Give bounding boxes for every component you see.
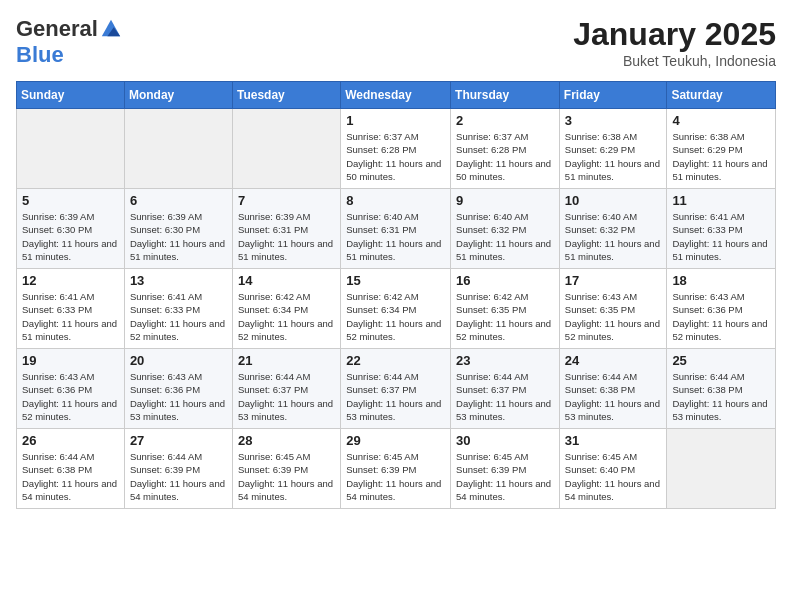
calendar-cell: 14Sunrise: 6:42 AM Sunset: 6:34 PM Dayli… — [232, 269, 340, 349]
day-info: Sunrise: 6:43 AM Sunset: 6:36 PM Dayligh… — [130, 370, 227, 423]
page-header: General Blue January 2025 Buket Teukuh, … — [16, 16, 776, 69]
week-row-1: 1Sunrise: 6:37 AM Sunset: 6:28 PM Daylig… — [17, 109, 776, 189]
weekday-header-friday: Friday — [559, 82, 667, 109]
day-number: 17 — [565, 273, 662, 288]
day-info: Sunrise: 6:44 AM Sunset: 6:38 PM Dayligh… — [672, 370, 770, 423]
day-number: 16 — [456, 273, 554, 288]
day-info: Sunrise: 6:45 AM Sunset: 6:39 PM Dayligh… — [456, 450, 554, 503]
calendar-cell: 21Sunrise: 6:44 AM Sunset: 6:37 PM Dayli… — [232, 349, 340, 429]
day-number: 9 — [456, 193, 554, 208]
day-info: Sunrise: 6:43 AM Sunset: 6:35 PM Dayligh… — [565, 290, 662, 343]
day-info: Sunrise: 6:42 AM Sunset: 6:34 PM Dayligh… — [238, 290, 335, 343]
day-info: Sunrise: 6:39 AM Sunset: 6:31 PM Dayligh… — [238, 210, 335, 263]
weekday-header-row: SundayMondayTuesdayWednesdayThursdayFrid… — [17, 82, 776, 109]
calendar-cell: 20Sunrise: 6:43 AM Sunset: 6:36 PM Dayli… — [124, 349, 232, 429]
calendar-cell: 18Sunrise: 6:43 AM Sunset: 6:36 PM Dayli… — [667, 269, 776, 349]
day-number: 1 — [346, 113, 445, 128]
calendar-cell — [667, 429, 776, 509]
logo: General Blue — [16, 16, 122, 68]
calendar-body: 1Sunrise: 6:37 AM Sunset: 6:28 PM Daylig… — [17, 109, 776, 509]
title-block: January 2025 Buket Teukuh, Indonesia — [573, 16, 776, 69]
location-subtitle: Buket Teukuh, Indonesia — [573, 53, 776, 69]
day-number: 24 — [565, 353, 662, 368]
day-number: 3 — [565, 113, 662, 128]
weekday-header-thursday: Thursday — [451, 82, 560, 109]
day-number: 29 — [346, 433, 445, 448]
logo-blue-text: Blue — [16, 42, 64, 68]
day-number: 13 — [130, 273, 227, 288]
calendar-cell: 6Sunrise: 6:39 AM Sunset: 6:30 PM Daylig… — [124, 189, 232, 269]
day-info: Sunrise: 6:37 AM Sunset: 6:28 PM Dayligh… — [456, 130, 554, 183]
day-number: 10 — [565, 193, 662, 208]
weekday-header-tuesday: Tuesday — [232, 82, 340, 109]
calendar-cell: 17Sunrise: 6:43 AM Sunset: 6:35 PM Dayli… — [559, 269, 667, 349]
day-number: 19 — [22, 353, 119, 368]
calendar-cell: 1Sunrise: 6:37 AM Sunset: 6:28 PM Daylig… — [341, 109, 451, 189]
day-info: Sunrise: 6:45 AM Sunset: 6:39 PM Dayligh… — [238, 450, 335, 503]
calendar-cell: 26Sunrise: 6:44 AM Sunset: 6:38 PM Dayli… — [17, 429, 125, 509]
day-info: Sunrise: 6:42 AM Sunset: 6:35 PM Dayligh… — [456, 290, 554, 343]
weekday-header-sunday: Sunday — [17, 82, 125, 109]
calendar-cell — [17, 109, 125, 189]
day-info: Sunrise: 6:40 AM Sunset: 6:32 PM Dayligh… — [565, 210, 662, 263]
day-info: Sunrise: 6:40 AM Sunset: 6:32 PM Dayligh… — [456, 210, 554, 263]
calendar-cell: 8Sunrise: 6:40 AM Sunset: 6:31 PM Daylig… — [341, 189, 451, 269]
calendar-cell: 4Sunrise: 6:38 AM Sunset: 6:29 PM Daylig… — [667, 109, 776, 189]
logo-general-text: General — [16, 16, 98, 42]
day-number: 23 — [456, 353, 554, 368]
calendar-table: SundayMondayTuesdayWednesdayThursdayFrid… — [16, 81, 776, 509]
day-info: Sunrise: 6:44 AM Sunset: 6:37 PM Dayligh… — [456, 370, 554, 423]
day-info: Sunrise: 6:44 AM Sunset: 6:37 PM Dayligh… — [238, 370, 335, 423]
calendar-cell: 31Sunrise: 6:45 AM Sunset: 6:40 PM Dayli… — [559, 429, 667, 509]
calendar-cell — [232, 109, 340, 189]
day-info: Sunrise: 6:44 AM Sunset: 6:39 PM Dayligh… — [130, 450, 227, 503]
calendar-cell: 2Sunrise: 6:37 AM Sunset: 6:28 PM Daylig… — [451, 109, 560, 189]
week-row-4: 19Sunrise: 6:43 AM Sunset: 6:36 PM Dayli… — [17, 349, 776, 429]
day-info: Sunrise: 6:44 AM Sunset: 6:37 PM Dayligh… — [346, 370, 445, 423]
day-info: Sunrise: 6:39 AM Sunset: 6:30 PM Dayligh… — [130, 210, 227, 263]
day-info: Sunrise: 6:43 AM Sunset: 6:36 PM Dayligh… — [672, 290, 770, 343]
calendar-cell: 22Sunrise: 6:44 AM Sunset: 6:37 PM Dayli… — [341, 349, 451, 429]
calendar-cell: 16Sunrise: 6:42 AM Sunset: 6:35 PM Dayli… — [451, 269, 560, 349]
day-number: 11 — [672, 193, 770, 208]
calendar-cell: 27Sunrise: 6:44 AM Sunset: 6:39 PM Dayli… — [124, 429, 232, 509]
day-number: 8 — [346, 193, 445, 208]
calendar-cell: 24Sunrise: 6:44 AM Sunset: 6:38 PM Dayli… — [559, 349, 667, 429]
calendar-cell: 13Sunrise: 6:41 AM Sunset: 6:33 PM Dayli… — [124, 269, 232, 349]
day-number: 20 — [130, 353, 227, 368]
day-number: 25 — [672, 353, 770, 368]
week-row-3: 12Sunrise: 6:41 AM Sunset: 6:33 PM Dayli… — [17, 269, 776, 349]
day-info: Sunrise: 6:41 AM Sunset: 6:33 PM Dayligh… — [130, 290, 227, 343]
day-info: Sunrise: 6:37 AM Sunset: 6:28 PM Dayligh… — [346, 130, 445, 183]
day-info: Sunrise: 6:42 AM Sunset: 6:34 PM Dayligh… — [346, 290, 445, 343]
day-number: 31 — [565, 433, 662, 448]
calendar-header: SundayMondayTuesdayWednesdayThursdayFrid… — [17, 82, 776, 109]
calendar-cell: 25Sunrise: 6:44 AM Sunset: 6:38 PM Dayli… — [667, 349, 776, 429]
day-info: Sunrise: 6:40 AM Sunset: 6:31 PM Dayligh… — [346, 210, 445, 263]
day-number: 14 — [238, 273, 335, 288]
calendar-cell: 23Sunrise: 6:44 AM Sunset: 6:37 PM Dayli… — [451, 349, 560, 429]
calendar-cell: 7Sunrise: 6:39 AM Sunset: 6:31 PM Daylig… — [232, 189, 340, 269]
calendar-cell: 5Sunrise: 6:39 AM Sunset: 6:30 PM Daylig… — [17, 189, 125, 269]
day-number: 5 — [22, 193, 119, 208]
calendar-cell: 9Sunrise: 6:40 AM Sunset: 6:32 PM Daylig… — [451, 189, 560, 269]
day-number: 21 — [238, 353, 335, 368]
calendar-cell: 11Sunrise: 6:41 AM Sunset: 6:33 PM Dayli… — [667, 189, 776, 269]
day-info: Sunrise: 6:43 AM Sunset: 6:36 PM Dayligh… — [22, 370, 119, 423]
calendar-cell: 3Sunrise: 6:38 AM Sunset: 6:29 PM Daylig… — [559, 109, 667, 189]
calendar-cell — [124, 109, 232, 189]
day-number: 30 — [456, 433, 554, 448]
day-number: 12 — [22, 273, 119, 288]
day-info: Sunrise: 6:38 AM Sunset: 6:29 PM Dayligh… — [672, 130, 770, 183]
day-info: Sunrise: 6:45 AM Sunset: 6:39 PM Dayligh… — [346, 450, 445, 503]
weekday-header-monday: Monday — [124, 82, 232, 109]
day-info: Sunrise: 6:41 AM Sunset: 6:33 PM Dayligh… — [672, 210, 770, 263]
day-number: 27 — [130, 433, 227, 448]
week-row-2: 5Sunrise: 6:39 AM Sunset: 6:30 PM Daylig… — [17, 189, 776, 269]
weekday-header-saturday: Saturday — [667, 82, 776, 109]
day-number: 6 — [130, 193, 227, 208]
day-info: Sunrise: 6:41 AM Sunset: 6:33 PM Dayligh… — [22, 290, 119, 343]
day-number: 28 — [238, 433, 335, 448]
calendar-cell: 28Sunrise: 6:45 AM Sunset: 6:39 PM Dayli… — [232, 429, 340, 509]
day-number: 7 — [238, 193, 335, 208]
